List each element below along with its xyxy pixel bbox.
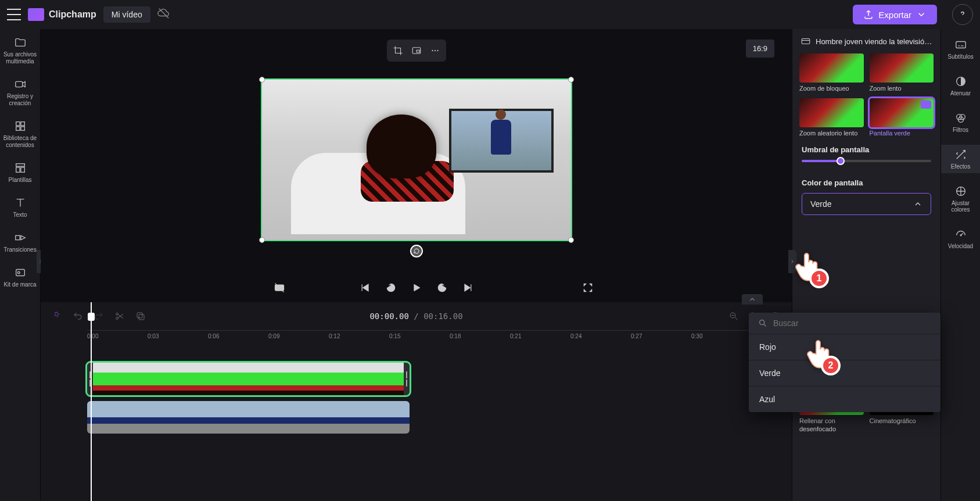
fx-thumb xyxy=(799,53,864,83)
timeline-clip-basketball[interactable] xyxy=(87,401,410,434)
fx-card-slow-zoom[interactable]: Zoom lento xyxy=(870,53,934,92)
timeline-toolbar: 00:00.00 / 00:16.00 xyxy=(41,302,792,330)
fx-label: Zoom lento xyxy=(870,85,934,92)
split-icon[interactable] xyxy=(114,310,125,322)
timeline-clip-green-screen[interactable] xyxy=(87,363,410,395)
rail-item-label: Efectos xyxy=(951,163,970,170)
svg-point-15 xyxy=(434,50,435,51)
rewind-5-icon[interactable]: 5 xyxy=(385,281,397,294)
timeline-ruler[interactable]: 0:000:030:060:090:120:150:180:210:240:27… xyxy=(87,330,792,345)
export-button[interactable]: Exportar xyxy=(853,5,937,24)
ruler-tick: 0:12 xyxy=(329,333,340,339)
svg-rect-28 xyxy=(956,42,965,48)
sync-off-icon[interactable] xyxy=(157,7,170,22)
ruler-tick: 0:27 xyxy=(631,333,642,339)
zoom-out-icon[interactable] xyxy=(728,310,740,322)
prev-clip-icon[interactable] xyxy=(359,281,372,294)
ruler-tick: 0:30 xyxy=(691,333,702,339)
rail-item-filters[interactable]: Filtros xyxy=(941,108,980,137)
svg-rect-2 xyxy=(16,122,19,126)
slider-thumb[interactable] xyxy=(837,157,845,165)
svg-rect-8 xyxy=(20,167,24,172)
sidebar-item-label: Texto xyxy=(13,212,27,219)
resize-handle[interactable] xyxy=(259,237,265,243)
sidebar-item-library[interactable]: Biblioteca de contenidos xyxy=(2,116,39,152)
color-option-blue[interactable]: Azul xyxy=(749,386,940,412)
aspect-ratio-button[interactable]: 16:9 xyxy=(746,40,774,58)
next-clip-icon[interactable] xyxy=(461,281,474,294)
svg-point-11 xyxy=(17,271,20,274)
svg-rect-4 xyxy=(16,127,19,130)
fx-selected-badge-icon xyxy=(921,101,931,109)
dropdown-value: Verde xyxy=(810,199,832,209)
ruler-tick: 0:09 xyxy=(268,333,279,339)
resize-handle[interactable] xyxy=(568,77,574,83)
search-icon xyxy=(758,319,767,328)
hamburger-menu-icon[interactable] xyxy=(7,9,21,20)
timeline-collapse-icon[interactable] xyxy=(742,294,763,305)
color-search-input[interactable] xyxy=(773,319,931,328)
rotate-handle-icon[interactable] xyxy=(410,245,423,257)
svg-line-0 xyxy=(159,9,168,19)
annotation-cursor-2: 2 xyxy=(806,337,835,372)
project-name-input[interactable]: Mi vídeo xyxy=(103,6,150,23)
resize-handle[interactable] xyxy=(259,77,265,83)
resize-handle[interactable] xyxy=(568,237,574,243)
fx-label: Pantalla verde xyxy=(870,130,934,137)
rail-item-label: Ajustar colores xyxy=(942,200,979,213)
fx-label: Zoom de bloqueo xyxy=(799,85,864,92)
sidebar-item-text[interactable]: Texto xyxy=(2,193,39,222)
left-sidebar: Sus archivos multimedia Registro y creac… xyxy=(0,29,41,501)
rail-item-color-adjust[interactable]: Ajustar colores xyxy=(941,181,980,216)
clip-handle-left[interactable] xyxy=(87,363,93,395)
color-option-green[interactable]: Verde xyxy=(749,360,940,386)
timeline: 00:00.00 / 00:16.00 0:000:030:060:090:12… xyxy=(41,302,792,501)
clip-title: Hombre joven viendo la televisión... xyxy=(816,37,932,46)
color-option-red[interactable]: Rojo xyxy=(749,334,940,360)
preview-area: 16:9 xyxy=(41,29,792,273)
pip-icon[interactable] xyxy=(409,43,424,58)
playhead[interactable] xyxy=(91,302,92,501)
sidebar-item-templates[interactable]: Plantillas xyxy=(2,158,39,187)
rail-item-subtitles[interactable]: Subtítulos xyxy=(941,35,980,63)
rail-item-label: Velocidad xyxy=(948,243,973,249)
ruler-tick: 0:24 xyxy=(570,333,581,339)
svg-rect-9 xyxy=(15,235,19,239)
svg-point-34 xyxy=(960,235,961,236)
preview-canvas[interactable] xyxy=(261,78,572,241)
fx-card-zoom-lock[interactable]: Zoom de bloqueo xyxy=(799,53,864,92)
svg-rect-3 xyxy=(20,122,24,126)
fullscreen-icon[interactable] xyxy=(581,281,594,294)
hide-overlay-icon[interactable] xyxy=(273,281,286,294)
sidebar-item-label: Kit de marca xyxy=(3,281,36,288)
redo-icon[interactable] xyxy=(93,310,105,322)
sidebar-item-record[interactable]: Registro y creación xyxy=(2,74,39,110)
rail-item-effects[interactable]: Efectos xyxy=(941,145,980,173)
fx-label: Rellenar con desenfocado xyxy=(799,417,864,432)
export-label: Exportar xyxy=(878,10,911,20)
svg-rect-13 xyxy=(417,50,419,52)
clip-handle-right[interactable] xyxy=(404,363,410,395)
rail-item-label: Atenuar xyxy=(950,90,971,96)
rail-item-fade[interactable]: Atenuar xyxy=(941,71,980,100)
screen-color-dropdown[interactable]: Verde xyxy=(802,193,931,215)
help-button[interactable] xyxy=(952,4,973,25)
sidebar-item-media[interactable]: Sus archivos multimedia xyxy=(2,33,39,69)
rail-item-speed[interactable]: Velocidad xyxy=(941,224,980,253)
sidebar-item-transitions[interactable]: Transiciones xyxy=(2,228,39,257)
sidebar-item-brand-kit[interactable]: Kit de marca xyxy=(2,263,39,292)
undo-icon[interactable] xyxy=(72,310,84,322)
threshold-slider[interactable] xyxy=(802,160,931,162)
copy-icon[interactable] xyxy=(135,310,146,322)
fx-card-green-screen[interactable]: Pantalla verde xyxy=(870,98,934,137)
fx-label: Cinematográfico xyxy=(870,417,934,425)
forward-5-icon[interactable]: 5 xyxy=(436,281,448,294)
crop-icon[interactable] xyxy=(390,43,405,58)
svg-rect-24 xyxy=(137,313,142,318)
magic-icon[interactable] xyxy=(51,310,63,322)
more-icon[interactable] xyxy=(428,43,443,58)
play-icon[interactable] xyxy=(410,281,423,294)
brand: Clipchamp xyxy=(28,8,96,21)
fx-card-random-slow-zoom[interactable]: Zoom aleatorio lento xyxy=(799,98,864,137)
svg-point-22 xyxy=(116,317,119,320)
